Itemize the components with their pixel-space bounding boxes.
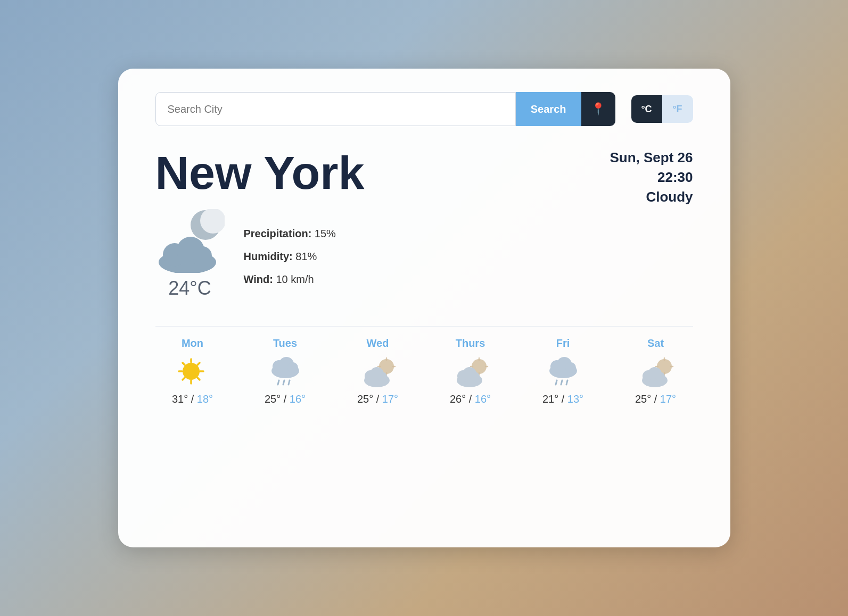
current-weather-icon-group: 24°C xyxy=(155,209,225,299)
current-temp: 24°C xyxy=(155,277,225,299)
forecast-low: 13° xyxy=(567,393,583,405)
precipitation-label: Precipitation: xyxy=(244,228,312,239)
wind-label: Wind: xyxy=(244,273,273,285)
left-section: New York xyxy=(155,149,610,299)
forecast-day-label: Wed xyxy=(367,337,389,349)
time-display: 22:30 xyxy=(610,169,693,186)
forecast-low: 17° xyxy=(660,393,676,405)
weather-details: Precipitation: 15% Humidity: 81% Wind: 1… xyxy=(244,223,336,286)
forecast-high: 26° xyxy=(450,393,466,405)
forecast-high: 21° xyxy=(542,393,558,405)
svg-point-39 xyxy=(470,372,480,381)
fahrenheit-button[interactable]: °F xyxy=(662,95,693,123)
unit-toggle: °C °F xyxy=(631,95,693,123)
forecast-day-label: Fri xyxy=(556,337,570,349)
svg-point-30 xyxy=(377,372,387,381)
svg-line-13 xyxy=(197,363,200,365)
cloud-svg xyxy=(155,235,219,273)
svg-point-18 xyxy=(287,362,298,373)
forecast-icon-partly-cloudy xyxy=(455,357,487,386)
search-button[interactable]: Search xyxy=(516,92,581,126)
svg-point-43 xyxy=(565,362,576,373)
moon-cloud-icon xyxy=(155,209,225,273)
forecast-high: 25° xyxy=(265,393,281,405)
forecast-day-label: Thurs xyxy=(456,337,485,349)
precipitation-detail: Precipitation: 15% xyxy=(244,228,336,240)
forecast-high: 25° xyxy=(635,393,651,405)
forecast-high: 31° xyxy=(172,393,188,405)
svg-line-46 xyxy=(566,380,567,385)
forecast-icon-partly-cloudy xyxy=(640,357,672,386)
date-time-section: Sun, Sept 26 22:30 Cloudy xyxy=(610,149,693,205)
forecast-icon-rain xyxy=(269,357,301,386)
forecast-low: 18° xyxy=(197,393,213,405)
forecast-icon-rain xyxy=(547,357,579,386)
forecast-day: Mon 31° / 18° xyxy=(155,337,230,405)
forecast-day-label: Sat xyxy=(647,337,664,349)
forecast-temp-range: 26° / 16° xyxy=(450,393,491,405)
forecast-low: 16° xyxy=(290,393,306,405)
precipitation-value: 15% xyxy=(315,228,336,239)
forecast-day: Thurs 26° / 16° xyxy=(433,337,508,405)
wind-value: 10 km/h xyxy=(276,273,314,285)
svg-line-12 xyxy=(197,378,200,380)
forecast-day: Fri 21° / 13° xyxy=(526,337,600,405)
forecast-day: Sat 25° / 17° xyxy=(619,337,693,405)
forecast-day: Wed 25° / 17° xyxy=(341,337,415,405)
date-display: Sun, Sept 26 xyxy=(610,149,693,166)
forecast-icon-partly-cloudy xyxy=(362,357,394,386)
forecast-row: Mon 31° / 18° Tues xyxy=(155,326,693,405)
forecast-day: Tues 25° / 16° xyxy=(248,337,323,405)
location-button[interactable]: 📍 xyxy=(581,92,615,126)
search-input[interactable] xyxy=(155,92,516,126)
humidity-value: 81% xyxy=(295,251,317,262)
svg-line-45 xyxy=(561,380,562,385)
forecast-temp-range: 21° / 13° xyxy=(542,393,583,405)
forecast-temp-range: 25° / 16° xyxy=(265,393,306,405)
forecast-day-label: Mon xyxy=(182,337,203,349)
svg-line-11 xyxy=(183,363,185,365)
forecast-temp-range: 25° / 17° xyxy=(635,393,676,405)
location-pin-icon: 📍 xyxy=(591,102,605,116)
city-name: New York xyxy=(155,149,610,196)
forecast-low: 17° xyxy=(382,393,398,405)
humidity-label: Humidity: xyxy=(244,251,293,262)
condition-display: Cloudy xyxy=(610,189,693,205)
humidity-detail: Humidity: 81% xyxy=(244,251,336,263)
weather-main: 24°C Precipitation: 15% Humidity: 81% Wi… xyxy=(155,209,610,299)
forecast-high: 25° xyxy=(357,393,373,405)
svg-line-44 xyxy=(556,380,557,385)
forecast-day-label: Tues xyxy=(273,337,297,349)
search-row: Search 📍 °C °F xyxy=(155,92,693,126)
svg-line-14 xyxy=(183,378,185,380)
svg-line-21 xyxy=(289,380,290,385)
svg-line-20 xyxy=(283,380,284,385)
svg-point-55 xyxy=(655,372,665,381)
forecast-icon-sun xyxy=(177,357,209,386)
forecast-temp-range: 31° / 18° xyxy=(172,393,213,405)
svg-point-5 xyxy=(193,246,212,265)
weather-card: Search 📍 °C °F New York xyxy=(118,69,730,547)
wind-detail: Wind: 10 km/h xyxy=(244,273,336,286)
main-info: New York xyxy=(155,149,693,299)
forecast-low: 16° xyxy=(475,393,491,405)
svg-line-19 xyxy=(278,380,279,385)
forecast-temp-range: 25° / 17° xyxy=(357,393,398,405)
celsius-button[interactable]: °C xyxy=(631,95,662,123)
